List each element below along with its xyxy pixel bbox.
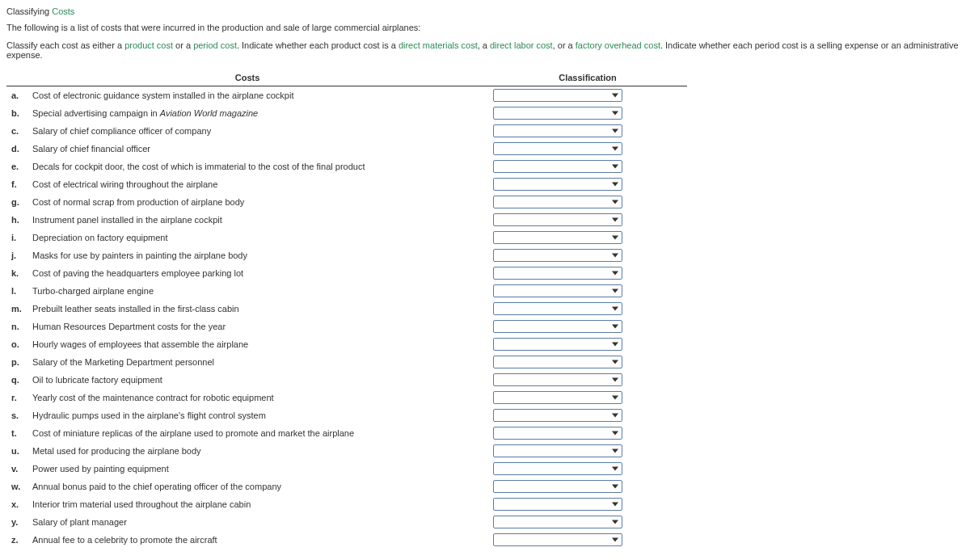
classification-dropdown[interactable] [493, 338, 622, 351]
row-desc-pre: Special advertising campaign in [32, 108, 160, 118]
row-letter: q. [6, 371, 27, 389]
classification-dropdown[interactable] [493, 391, 622, 404]
row-description: Annual bonus paid to the chief operating… [27, 478, 488, 495]
row-classification-cell [488, 158, 687, 175]
classification-dropdown[interactable] [493, 427, 622, 440]
classification-dropdown[interactable] [493, 178, 622, 191]
instr-p3: . Indicate whether each product cost is … [237, 40, 399, 50]
classification-dropdown[interactable] [493, 213, 622, 226]
row-description: Prebuilt leather seats installed in the … [27, 300, 488, 318]
row-classification-cell [488, 122, 687, 140]
classification-dropdown[interactable] [493, 356, 622, 368]
table-row: s.Hydraulic pumps used in the airplane's… [6, 406, 687, 424]
classification-dropdown[interactable] [493, 302, 622, 315]
table-row: i.Depreciation on factory equipment [6, 229, 687, 246]
row-letter: y. [6, 513, 27, 531]
classification-dropdown[interactable] [493, 320, 622, 333]
classification-dropdown[interactable] [493, 409, 622, 422]
row-letter: k. [6, 264, 27, 282]
row-letter: b. [6, 104, 27, 122]
row-letter: e. [6, 158, 27, 175]
row-desc-italic: Aviation World magazine [160, 108, 258, 118]
classification-dropdown[interactable] [493, 267, 622, 280]
classification-dropdown[interactable] [493, 373, 622, 386]
table-row: r.Yearly cost of the maintenance contrac… [6, 389, 687, 406]
row-description: Special advertising campaign in Aviation… [27, 104, 488, 122]
instr-g1: product cost [124, 40, 173, 50]
table-row: a.Cost of electronic guidance system ins… [6, 86, 687, 105]
row-description: Salary of plant manager [27, 513, 488, 531]
row-classification-cell [488, 442, 687, 460]
row-description: Cost of electrical wiring throughout the… [27, 175, 488, 193]
table-row: d.Salary of chief financial officer [6, 140, 687, 158]
instr-g5: factory overhead cost [576, 40, 660, 50]
row-description: Salary of chief compliance officer of co… [27, 122, 488, 140]
row-classification-cell [488, 318, 687, 335]
row-classification-cell [488, 478, 687, 495]
classification-dropdown[interactable] [493, 160, 622, 173]
row-letter: v. [6, 460, 27, 478]
row-letter: j. [6, 246, 27, 264]
classification-dropdown[interactable] [493, 444, 622, 457]
table-row: u.Metal used for producing the airplane … [6, 442, 687, 460]
row-classification-cell [488, 371, 687, 389]
row-letter: m. [6, 300, 27, 318]
classification-dropdown[interactable] [493, 480, 622, 493]
row-description: Instrument panel installed in the airpla… [27, 211, 488, 229]
header-costs: Costs [6, 69, 488, 86]
title-prefix: Classifying [6, 6, 52, 16]
classification-dropdown[interactable] [493, 142, 622, 155]
row-description: Interior trim material used throughout t… [27, 495, 488, 513]
row-letter: p. [6, 353, 27, 371]
table-row: b.Special advertising campaign in Aviati… [6, 104, 687, 122]
instr-g3: direct materials cost [399, 40, 478, 50]
row-classification-cell [488, 460, 687, 478]
table-row: h.Instrument panel installed in the airp… [6, 211, 687, 229]
classification-dropdown[interactable] [493, 196, 622, 208]
row-classification-cell [488, 495, 687, 513]
classification-dropdown[interactable] [493, 249, 622, 262]
classification-dropdown[interactable] [493, 107, 622, 120]
instr-p5: , or a [553, 40, 576, 50]
row-letter: u. [6, 442, 27, 460]
table-row: k.Cost of paving the headquarters employ… [6, 264, 687, 282]
classification-dropdown[interactable] [493, 231, 622, 244]
table-row: l.Turbo-charged airplane engine [6, 282, 687, 300]
table-row: t.Cost of miniature replicas of the airp… [6, 424, 687, 442]
row-letter: h. [6, 211, 27, 229]
instr-g4: direct labor cost [490, 40, 553, 50]
classification-dropdown[interactable] [493, 533, 622, 546]
instructions: Classify each cost as either a product c… [6, 40, 964, 60]
row-letter: t. [6, 424, 27, 442]
classification-dropdown[interactable] [493, 498, 622, 511]
table-row: z.Annual fee to a celebrity to promote t… [6, 531, 687, 549]
table-row: n.Human Resources Department costs for t… [6, 318, 687, 335]
row-classification-cell [488, 531, 687, 549]
row-classification-cell [488, 211, 687, 229]
row-classification-cell [488, 86, 687, 105]
table-row: p.Salary of the Marketing Department per… [6, 353, 687, 371]
page-title: Classifying Costs [6, 6, 964, 16]
row-description: Metal used for producing the airplane bo… [27, 442, 488, 460]
table-row: w.Annual bonus paid to the chief operati… [6, 478, 687, 495]
instr-p4: , a [478, 40, 490, 50]
classification-dropdown[interactable] [493, 284, 622, 297]
row-classification-cell [488, 264, 687, 282]
row-description: Human Resources Department costs for the… [27, 318, 488, 335]
row-letter: z. [6, 531, 27, 549]
table-row: m.Prebuilt leather seats installed in th… [6, 300, 687, 318]
classification-dropdown[interactable] [493, 89, 622, 102]
row-description: Hydraulic pumps used in the airplane's f… [27, 406, 488, 424]
classification-dropdown[interactable] [493, 516, 622, 528]
row-classification-cell [488, 300, 687, 318]
row-classification-cell [488, 282, 687, 300]
row-letter: x. [6, 495, 27, 513]
classification-dropdown[interactable] [493, 462, 622, 475]
table-row: x.Interior trim material used throughout… [6, 495, 687, 513]
row-description: Power used by painting equipment [27, 460, 488, 478]
row-letter: o. [6, 335, 27, 353]
row-letter: i. [6, 229, 27, 246]
row-classification-cell [488, 513, 687, 531]
row-classification-cell [488, 175, 687, 193]
classification-dropdown[interactable] [493, 124, 622, 137]
